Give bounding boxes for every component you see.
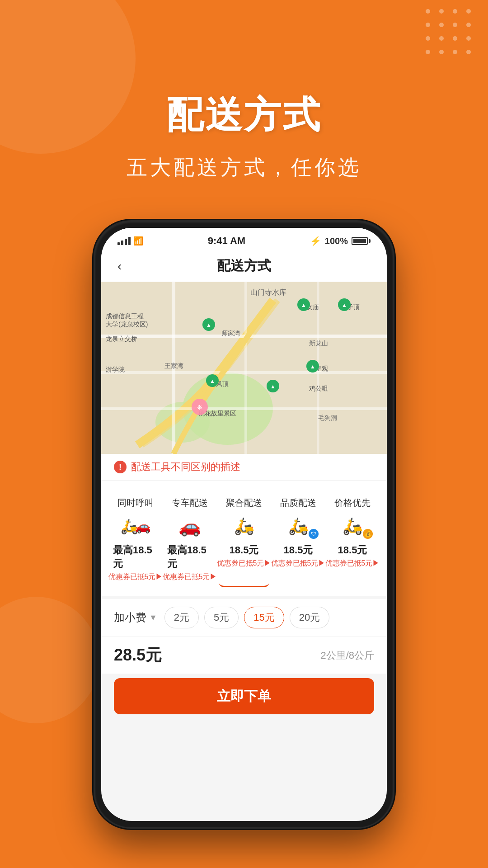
option-discount-aggregate: 优惠券已抵5元▶ [217, 559, 272, 568]
option-name-quality: 品质配送 [280, 497, 316, 509]
delivery-option-quality[interactable]: 品质配送🛵🛡18.5元优惠券已抵5元▶ [273, 491, 324, 587]
back-button[interactable]: ‹ [117, 259, 136, 274]
svg-text:▲: ▲ [310, 363, 315, 370]
nav-title: 配送方式 [136, 257, 352, 275]
map-area[interactable]: 山门寺水库 成都信息工程 大学(龙泉校区) 龙泉立交桥 游学院 王家湾 凉风顶 … [101, 282, 387, 454]
warning-text: 配送工具不同区别的插述 [131, 460, 240, 474]
page-title: 配送方式 [0, 90, 488, 140]
fee-chip-2[interactable]: 2元 [164, 607, 199, 628]
svg-text:游学院: 游学院 [106, 366, 125, 373]
delivery-option-dedicated[interactable]: 专车配送🚗最高18.5元优惠券已抵5元▶ [164, 491, 215, 587]
status-left: 📶 [117, 236, 143, 246]
svg-text:❋: ❋ [197, 404, 202, 411]
svg-text:鸡公咀: 鸡公咀 [309, 385, 328, 392]
status-time: 9:41 AM [208, 235, 246, 247]
header-area: 配送方式 五大配送方式，任你选 [0, 0, 488, 182]
option-price-aggregate: 18.5元 [230, 543, 259, 557]
svg-text:▲: ▲ [342, 302, 347, 308]
total-price: 28.5元 [114, 644, 162, 666]
nav-bar: ‹ 配送方式 [101, 250, 387, 282]
small-fee-section: 加小费 ▼ 2元5元15元20元 [101, 598, 387, 637]
option-discount-quality: 优惠券已抵5元▶ [271, 559, 326, 568]
phone-mockup: 📶 9:41 AM ⚡ 100% ‹ 配送方式 [95, 222, 393, 827]
option-price-quality: 18.5元 [284, 543, 313, 557]
map-svg: 山门寺水库 成都信息工程 大学(龙泉校区) 龙泉立交桥 游学院 王家湾 凉风顶 … [101, 282, 387, 454]
delivery-options: 同时呼叫🛵🚗最高18.5元优惠券已抵5元▶专车配送🚗最高18.5元优惠券已抵5元… [101, 481, 387, 596]
battery-icon [352, 237, 371, 245]
fee-chip-20[interactable]: 20元 [290, 607, 329, 628]
svg-text:▲: ▲ [301, 302, 306, 308]
dropdown-icon[interactable]: ▼ [149, 613, 157, 623]
svg-text:成都信息工程: 成都信息工程 [106, 312, 144, 320]
svg-text:新龙山: 新龙山 [309, 340, 328, 347]
option-name-dedicated: 专车配送 [172, 497, 208, 509]
delivery-option-aggregate[interactable]: 聚合配送🛵18.5元优惠券已抵5元▶ [219, 491, 269, 587]
options-scroll[interactable]: 同时呼叫🛵🚗最高18.5元优惠券已抵5元▶专车配送🚗最高18.5元优惠券已抵5元… [101, 491, 387, 596]
total-row: 28.5元 2公里/8公斤 [101, 637, 387, 674]
wifi-icon: 📶 [133, 236, 143, 246]
svg-text:毛狗洞: 毛狗洞 [318, 414, 337, 421]
svg-text:▲: ▲ [210, 378, 215, 384]
delivery-option-simultaneous[interactable]: 同时呼叫🛵🚗最高18.5元优惠券已抵5元▶ [110, 491, 161, 587]
phone-screen: 📶 9:41 AM ⚡ 100% ‹ 配送方式 [101, 228, 387, 821]
distance-info: 2公里/8公斤 [320, 649, 374, 662]
option-name-price_priority: 价格优先 [334, 497, 371, 509]
signal-bars-icon [117, 237, 131, 245]
option-icon-price_priority: 🛵💰 [332, 514, 373, 539]
map-background: 山门寺水库 成都信息工程 大学(龙泉校区) 龙泉立交桥 游学院 王家湾 凉风顶 … [101, 282, 387, 454]
option-name-simultaneous: 同时呼叫 [117, 497, 154, 509]
svg-text:师家湾: 师家湾 [221, 330, 240, 337]
option-discount-price_priority: 优惠券已抵5元▶ [325, 559, 380, 568]
option-icon-aggregate: 🛵 [224, 514, 264, 539]
status-bar: 📶 9:41 AM ⚡ 100% [101, 228, 387, 250]
order-button[interactable]: 立即下单 [114, 678, 374, 714]
phone-shell: 📶 9:41 AM ⚡ 100% ‹ 配送方式 [95, 222, 393, 827]
fee-chips: 2元5元15元20元 [164, 607, 374, 628]
small-fee-label: 加小费 ▼ [114, 610, 157, 625]
svg-text:▲: ▲ [206, 322, 211, 328]
bluetooth-icon: ⚡ [310, 236, 321, 246]
warning-banner: ! 配送工具不同区别的插述 [101, 454, 387, 481]
page-subtitle: 五大配送方式，任你选 [0, 154, 488, 182]
warning-icon: ! [114, 461, 127, 473]
option-price-dedicated: 最高18.5元 [167, 543, 212, 571]
svg-text:大学(龙泉校区): 大学(龙泉校区) [106, 321, 148, 328]
svg-text:王家湾: 王家湾 [164, 362, 183, 369]
option-name-aggregate: 聚合配送 [226, 497, 262, 509]
delivery-option-price_priority[interactable]: 价格优先🛵💰18.5元优惠券已抵5元▶ [327, 491, 378, 587]
svg-text:▲: ▲ [270, 383, 276, 390]
option-icon-simultaneous: 🛵🚗 [115, 514, 156, 539]
option-price-price_priority: 18.5元 [338, 543, 367, 557]
battery-percent: 100% [325, 236, 348, 246]
status-right: ⚡ 100% [310, 236, 371, 246]
fee-chip-15[interactable]: 15元 [244, 607, 284, 628]
svg-text:龙泉立交桥: 龙泉立交桥 [106, 335, 137, 342]
fee-chip-5[interactable]: 5元 [204, 607, 239, 628]
option-icon-dedicated: 🚗 [169, 514, 210, 539]
option-discount-simultaneous: 优惠券已抵5元▶ [108, 572, 163, 582]
option-icon-quality: 🛵🛡 [278, 514, 319, 539]
option-price-simultaneous: 最高18.5元 [113, 543, 158, 571]
option-discount-dedicated: 优惠券已抵5元▶ [163, 572, 217, 582]
svg-text:山门寺水库: 山门寺水库 [250, 288, 286, 296]
